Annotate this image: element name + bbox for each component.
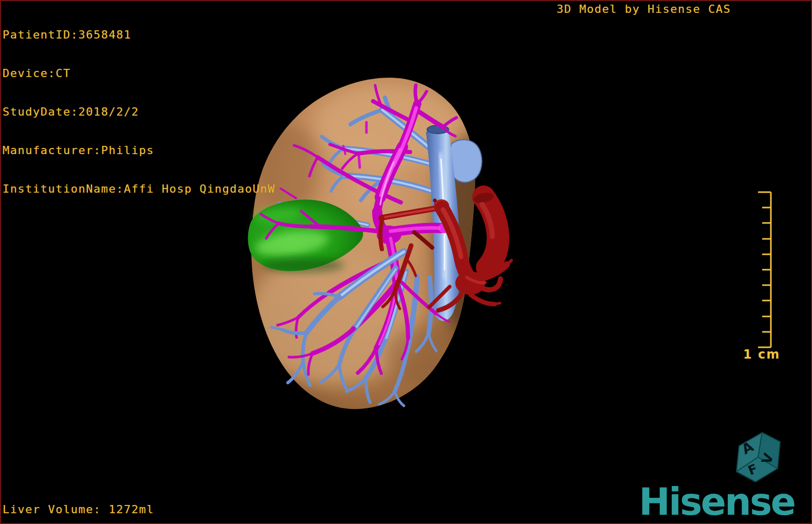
scale-ruler-label: 1 cm bbox=[743, 347, 780, 362]
hisense-logo: Hisense bbox=[639, 480, 795, 523]
device-line: Device:CT bbox=[3, 67, 275, 80]
patient-metadata: PatientID:3658481 Device:CT StudyDate:20… bbox=[3, 3, 275, 208]
study-date-line: StudyDate:2018/2/2 bbox=[3, 105, 275, 118]
liver-3d-model-group[interactable] bbox=[247, 78, 511, 409]
viewer-root: { "header": { "patient_info_lines": [ "P… bbox=[0, 0, 812, 524]
patient-id-line: PatientID:3658481 bbox=[3, 28, 275, 41]
scale-ruler: 1 cm bbox=[743, 192, 780, 362]
liver-volume-readout: Liver Volume: 1272ml bbox=[3, 503, 154, 516]
manufacturer-line: Manufacturer:Philips bbox=[3, 144, 275, 157]
watermark-title: 3D Model by Hisense CAS bbox=[557, 3, 731, 15]
institution-line: InstitutionName:Affi Hosp QingdaoUnW bbox=[3, 182, 275, 195]
orientation-cube[interactable]: A V F bbox=[736, 433, 780, 482]
